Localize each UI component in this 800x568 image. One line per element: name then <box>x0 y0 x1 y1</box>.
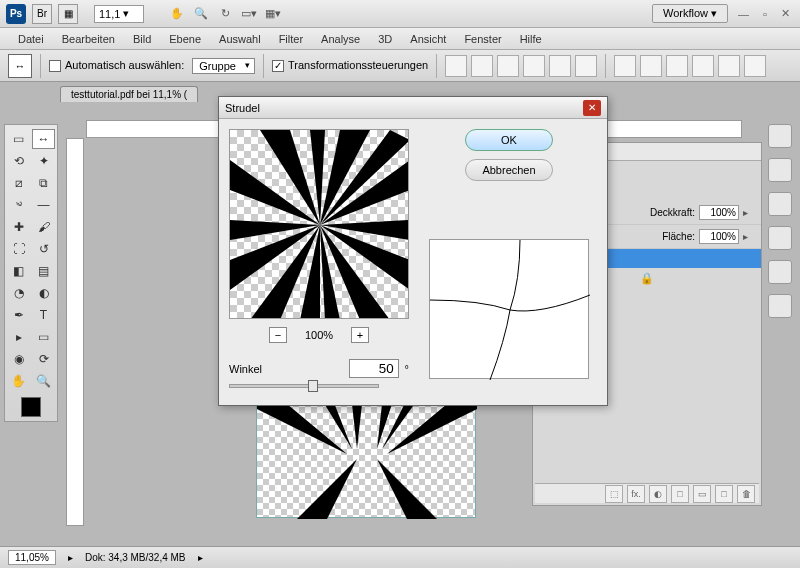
status-zoom[interactable]: 11,05% <box>8 550 56 565</box>
maximize-icon[interactable]: ▫ <box>759 8 771 20</box>
photoshop-icon: Ps <box>6 4 26 24</box>
wand-tool[interactable]: ✦ <box>32 151 55 171</box>
bucket-tool[interactable]: ◔ <box>7 283 30 303</box>
menu-fenster[interactable]: Fenster <box>456 31 509 47</box>
ok-button[interactable]: OK <box>465 129 553 151</box>
move-tool[interactable]: ↔ <box>32 129 55 149</box>
distribute-5-icon[interactable] <box>718 55 740 77</box>
zoom-icon[interactable]: 🔍 <box>192 5 210 23</box>
workspace-button[interactable]: Workflow ▾ <box>652 4 728 23</box>
dock-expand-icon[interactable] <box>768 124 792 148</box>
menu-bild[interactable]: Bild <box>125 31 159 47</box>
ruler-tool[interactable]: — <box>32 195 55 215</box>
menu-datei[interactable]: Datei <box>10 31 52 47</box>
align-vcenter-icon[interactable] <box>471 55 493 77</box>
menu-3d[interactable]: 3D <box>370 31 400 47</box>
pen-tool[interactable]: ✒ <box>7 305 30 325</box>
eraser-tool[interactable]: ◧ <box>7 261 30 281</box>
marquee-tool[interactable]: ▭ <box>7 129 30 149</box>
chevron-right-icon[interactable]: ▸ <box>68 552 73 563</box>
align-left-icon[interactable] <box>523 55 545 77</box>
dock-history-icon[interactable] <box>768 294 792 318</box>
align-bottom-icon[interactable] <box>497 55 519 77</box>
distribute-1-icon[interactable] <box>614 55 636 77</box>
gradient-tool[interactable]: ▤ <box>32 261 55 281</box>
dialog-close-icon[interactable]: ✕ <box>583 100 601 116</box>
hand-tool[interactable]: ✋ <box>7 371 30 391</box>
auto-select-checkbox[interactable]: Automatisch auswählen: <box>49 59 184 72</box>
options-bar: ↔ Automatisch auswählen: Gruppe Transfor… <box>0 50 800 82</box>
app-bar: Ps Br ▦ 11,1 ▾ ✋ 🔍 ↻ ▭▾ ▦▾ Workflow ▾ — … <box>0 0 800 28</box>
document-tab[interactable]: testtutorial.pdf bei 11,1% ( <box>60 86 198 102</box>
angle-slider[interactable] <box>229 384 379 388</box>
mask-icon[interactable]: ◐ <box>649 485 667 503</box>
slice-tool[interactable]: ⧉ <box>32 173 55 193</box>
menu-auswahl[interactable]: Auswahl <box>211 31 269 47</box>
distribute-4-icon[interactable] <box>692 55 714 77</box>
3d-camera-tool[interactable]: ⟳ <box>32 349 55 369</box>
trash-icon[interactable]: 🗑 <box>737 485 755 503</box>
fx-icon[interactable]: fx. <box>627 485 645 503</box>
shape-tool[interactable]: ▭ <box>32 327 55 347</box>
fill-field[interactable]: 100% <box>699 229 739 244</box>
type-tool[interactable]: T <box>32 305 55 325</box>
3d-tool[interactable]: ◉ <box>7 349 30 369</box>
rotate-icon[interactable]: ↻ <box>216 5 234 23</box>
new-layer-icon[interactable]: □ <box>715 485 733 503</box>
screen-mode-icon[interactable]: ▭▾ <box>240 5 258 23</box>
align-top-icon[interactable] <box>445 55 467 77</box>
angle-field[interactable] <box>349 359 399 378</box>
dialog-titlebar[interactable]: Strudel ✕ <box>219 97 607 119</box>
dock-layers-icon[interactable] <box>768 158 792 182</box>
chevron-right-icon[interactable]: ▸ <box>198 552 203 563</box>
swirl-diagram <box>429 239 589 379</box>
bridge-icon[interactable]: Br <box>32 4 52 24</box>
heal-tool[interactable]: ✚ <box>7 217 30 237</box>
preview-canvas[interactable] <box>229 129 409 319</box>
opacity-field[interactable]: 100% <box>699 205 739 220</box>
dock-channels-icon[interactable] <box>768 192 792 216</box>
path-select-tool[interactable]: ▸ <box>7 327 30 347</box>
distribute-6-icon[interactable] <box>744 55 766 77</box>
zoom-out-button[interactable]: − <box>269 327 287 343</box>
menu-ansicht[interactable]: Ansicht <box>402 31 454 47</box>
menu-ebene[interactable]: Ebene <box>161 31 209 47</box>
menu-bearbeiten[interactable]: Bearbeiten <box>54 31 123 47</box>
transform-checkbox[interactable]: Transformationssteuerungen <box>272 59 428 72</box>
dock-adjustments-icon[interactable] <box>768 260 792 284</box>
align-hcenter-icon[interactable] <box>549 55 571 77</box>
stamp-tool[interactable]: ⛶ <box>7 239 30 259</box>
layout-icon[interactable]: ▦ <box>58 4 78 24</box>
auto-select-dropdown[interactable]: Gruppe <box>192 58 255 74</box>
dock-paths-icon[interactable] <box>768 226 792 250</box>
foreground-color-icon[interactable] <box>21 397 41 417</box>
zoom-tool[interactable]: 🔍 <box>32 371 55 391</box>
slider-thumb-icon[interactable] <box>308 380 318 392</box>
crop-tool[interactable]: ⧄ <box>7 173 30 193</box>
eyedropper-tool[interactable]: ༄ <box>7 195 30 215</box>
distribute-3-icon[interactable] <box>666 55 688 77</box>
opacity-arrow-icon[interactable]: ▸ <box>743 207 755 218</box>
arrange-icon[interactable]: ▦▾ <box>264 5 282 23</box>
brush-tool[interactable]: 🖌 <box>32 217 55 237</box>
group-icon[interactable]: ▭ <box>693 485 711 503</box>
hand-icon[interactable]: ✋ <box>168 5 186 23</box>
history-brush-tool[interactable]: ↺ <box>32 239 55 259</box>
menu-hilfe[interactable]: Hilfe <box>512 31 550 47</box>
minimize-icon[interactable]: — <box>734 8 753 20</box>
menu-filter[interactable]: Filter <box>271 31 311 47</box>
move-tool-icon[interactable]: ↔ <box>8 54 32 78</box>
cancel-button[interactable]: Abbrechen <box>465 159 553 181</box>
dialog-title: Strudel <box>225 102 260 114</box>
lasso-tool[interactable]: ⟲ <box>7 151 30 171</box>
fill-arrow-icon[interactable]: ▸ <box>743 231 755 242</box>
zoom-level-field[interactable]: 11,1 ▾ <box>94 5 144 23</box>
menu-analyse[interactable]: Analyse <box>313 31 368 47</box>
zoom-in-button[interactable]: + <box>351 327 369 343</box>
dodge-tool[interactable]: ◐ <box>32 283 55 303</box>
distribute-2-icon[interactable] <box>640 55 662 77</box>
align-right-icon[interactable] <box>575 55 597 77</box>
link-layers-icon[interactable]: ⬚ <box>605 485 623 503</box>
close-icon[interactable]: ✕ <box>777 7 794 20</box>
adjustment-icon[interactable]: □ <box>671 485 689 503</box>
